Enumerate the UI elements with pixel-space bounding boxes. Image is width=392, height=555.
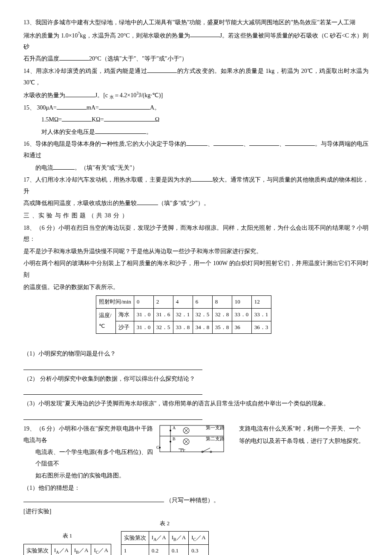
t1-caption: 表 1 xyxy=(23,531,111,541)
q19-l2r: 等的电灯以及若干条导线，进行了大胆地探究。 xyxy=(239,436,369,447)
blank-q15-a[interactable] xyxy=(99,103,150,110)
blank-q16-5[interactable] xyxy=(53,163,75,170)
blank-q13-temp[interactable] xyxy=(59,54,89,61)
q19-table1: 实验第次 IA／A IB／A IC／A 10.10.20.3 20.40.20.… xyxy=(23,544,111,555)
cell: 1 xyxy=(121,545,149,555)
q19-exp: [进行实验] xyxy=(23,506,369,517)
hdr-ia: IA／A xyxy=(52,544,72,555)
table-row: 实验第次 IA／A IB／A IC／A xyxy=(121,532,208,545)
hdr-12: 12 xyxy=(251,296,271,309)
q19-table2: 实验第次 IA／A IB／A IC／A 10.20.10.3 20.40.20.… xyxy=(121,531,209,555)
blank-q19-guess[interactable] xyxy=(23,495,164,502)
cell: 31．6 xyxy=(153,308,173,321)
cell: 33．0 xyxy=(232,308,251,321)
label-a: A xyxy=(173,425,176,430)
q14-l2d: J/(kg·℃)] xyxy=(138,92,163,98)
blank-q14-way[interactable] xyxy=(147,66,177,73)
cell: 31．0 xyxy=(134,321,153,334)
q15-l2c: Ω xyxy=(155,116,159,123)
table-row: 温度/℃ 海水 31．0 31．6 32．1 32．5 32．8 33．0 33… xyxy=(96,308,271,321)
q18-line4: 的温度值。记录的数据如下表所示。 xyxy=(23,282,369,293)
q18-line1: 18、（6 分）小明在烈日当空的海边玩耍，发现沙子烫脚，而海水却很凉。同样，太阳… xyxy=(23,223,369,245)
q15-line2: 1.5MΩ=KΩ=Ω xyxy=(23,114,369,126)
q19-block: 19、（6 分）小明和小强在"探究并联电路中干路电流与各 电流表、一个学生电源(… xyxy=(23,423,369,483)
cell: 0.1 xyxy=(169,545,188,555)
cell: 34．8 xyxy=(193,321,212,334)
table-row: 10.20.10.3 xyxy=(121,545,208,555)
blank-q15-o[interactable] xyxy=(104,115,155,121)
q16-l1d: 、 xyxy=(279,141,285,147)
q14-l2c: ＝4.2×10 xyxy=(114,92,136,98)
q14-l2a: 水吸收的热量为 xyxy=(23,92,65,98)
q16-line1: 16、导体的电阻是导体本身的一种性质,它的大小决定于导体的、、、。与导体两端的电… xyxy=(23,139,369,161)
q15-l2b: KΩ= xyxy=(92,116,104,123)
cell: 36 xyxy=(232,321,251,334)
q17-line1: 17、人们用冷水冷却汽车发动机，用热水取暖，主要是因为水的较大。通常情况下，与同… xyxy=(23,174,369,197)
q19-sub1b: （只写一种猜想）。 xyxy=(166,497,219,503)
answer-line-q18-1[interactable] xyxy=(23,361,202,370)
hdr-4: 4 xyxy=(173,296,193,309)
blank-q15-volt[interactable] xyxy=(95,127,146,134)
sea-label: 海水 xyxy=(116,308,134,321)
hdr-ic: IC／A xyxy=(189,532,208,545)
svg-line-17 xyxy=(202,448,210,452)
q16-l2a: 的电流 xyxy=(35,165,53,171)
blank-q16-1[interactable] xyxy=(186,139,208,146)
blank-q15-ma[interactable] xyxy=(57,103,86,110)
blank-q14-heat[interactable] xyxy=(65,90,95,97)
q15-line1: 15、 300μA=mA=A。 xyxy=(23,102,369,114)
q13-l2b: kg，水温升高 20°C，则湖水吸收的热量为 xyxy=(80,32,190,38)
q19-l1l: 19、（6 分）小明和小强在"探究并联电路中干路电流与各 xyxy=(23,423,153,446)
cell: 32．5 xyxy=(153,321,173,334)
svg-point-9 xyxy=(170,430,171,431)
q13-l2a: 湖水的质量为 1.0×10 xyxy=(23,32,78,38)
q15-l3b: 。 xyxy=(146,129,152,135)
hdr-ib: IB／A xyxy=(169,532,188,545)
q15-line3: 对人体的安全电压是。 xyxy=(23,127,369,138)
q14-line2: 水吸收的热量为J。[c 水＝4.2×103J/(kg·℃)] xyxy=(23,89,369,101)
hdr-ic: IC／A xyxy=(91,544,111,555)
label-branch2: 第二支路 xyxy=(206,436,225,441)
q14-l2b: J。[c xyxy=(95,92,110,98)
blank-q16-3[interactable] xyxy=(249,139,279,146)
q17-l2b: （填"多"或"少"）。 xyxy=(158,200,210,206)
cell: 32．1 xyxy=(173,308,193,321)
blank-q17-1[interactable] xyxy=(191,175,213,182)
circuit-diagram: A B C 第一支路 第二支路 xyxy=(156,423,236,457)
q13-l3a: 石升高的温度 xyxy=(23,55,59,62)
cell: 32．5 xyxy=(193,308,212,321)
q13-l3b: 20°C（选填"大于"、"等于"或"小于"） xyxy=(89,55,187,62)
q13-line3: 石升高的温度20°C（选填"大于"、"等于"或"小于"） xyxy=(23,53,369,65)
answer-line-q18-3[interactable] xyxy=(23,411,202,420)
table-row: 照射时间/min 0 2 4 6 8 10 12 xyxy=(96,296,271,309)
q19-sub1-line: （只写一种猜想）。 xyxy=(23,495,369,506)
answer-line-q18-2[interactable] xyxy=(23,386,202,395)
label-b: B xyxy=(173,436,176,441)
blank-q16-4[interactable] xyxy=(285,139,315,146)
hdr-0: 0 xyxy=(134,296,153,309)
hdr-2: 2 xyxy=(153,296,173,309)
blank-q15-ko[interactable] xyxy=(62,115,92,121)
q19-l3l: 如右图所示是他们的实验电路图。 xyxy=(23,470,153,482)
q19-l1r: 支路电流有什么关系"时，利用一个开关、一个 xyxy=(239,423,369,435)
blank-q13-heat[interactable] xyxy=(190,30,220,37)
blank-q16-2[interactable] xyxy=(213,139,243,146)
cell: 32．8 xyxy=(212,308,232,321)
q18-line2: 是不是沙子和海水吸热升温快慢不同呢？于是他从海边取一些沙子和海水带回家进行探究。 xyxy=(23,246,369,257)
blank-q17-2[interactable] xyxy=(137,198,158,205)
hdr-8: 8 xyxy=(212,296,232,309)
q13-line1: 13、我国许多城市中建有大型绿地，绿地中的人工湖具有"吸热"功能，盛夏时节能大大… xyxy=(23,17,369,29)
q17-l1a: 17、人们用冷水冷却汽车发动机，用热水取暖，主要是因为水的 xyxy=(23,176,191,183)
cell: 35．8 xyxy=(212,321,232,334)
table-row: 实验第次 IA／A IB／A IC／A xyxy=(24,544,111,555)
q19-sub1: （1）他们的猜想是： xyxy=(23,483,369,494)
table-row: 沙子 31．0 32．5 33．8 34．8 35．8 36 36．3 xyxy=(96,321,271,334)
q16-l1c: 、 xyxy=(243,141,249,147)
q18-sub1: （1）小明探究的物理问题是什么？ xyxy=(23,348,369,360)
t2-caption: 表 2 xyxy=(121,518,209,529)
q18-line3: 小明在两个相同的玻璃杯中分别装上了相同质量的海水和沙子，用一个 100W 的白炽… xyxy=(23,258,369,280)
q18-table: 照射时间/min 0 2 4 6 8 10 12 温度/℃ 海水 31．0 31… xyxy=(96,295,271,334)
q16-l1a: 16、导体的电阻是导体本身的一种性质,它的大小决定于导体的 xyxy=(23,141,186,147)
cell: 31．0 xyxy=(134,308,153,321)
q13-line2: 湖水的质量为 1.0×107kg，水温升高 20°C，则湖水吸收的热量为J。若这… xyxy=(23,29,369,53)
